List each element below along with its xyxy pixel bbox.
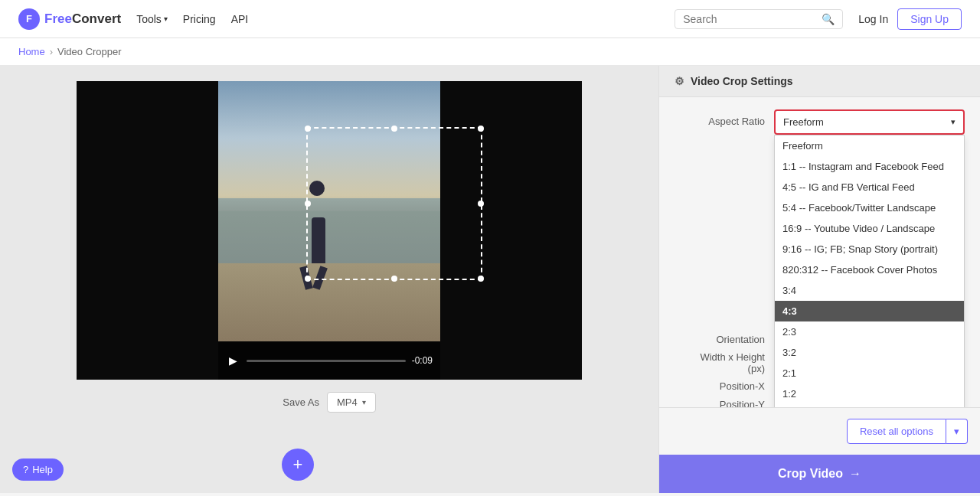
logo-convert: Convert — [72, 11, 121, 26]
breadcrumb-home[interactable]: Home — [18, 46, 45, 57]
video-left-bar — [77, 81, 218, 380]
sidebar-title: Video Crop Settings — [691, 75, 793, 87]
dropdown-item-4-3[interactable]: 4:3 — [775, 301, 964, 321]
aspect-ratio-value: Freeform — [783, 116, 824, 128]
dropdown-item-4-5[interactable]: 4:5 -- IG and FB Vertical Feed — [775, 177, 964, 197]
aspect-ratio-dropdown-btn[interactable]: Freeform ▾ — [774, 109, 965, 135]
crop-handle-tl[interactable] — [305, 126, 311, 132]
reset-chevron-button[interactable]: ▾ — [946, 419, 968, 444]
sidebar: ⚙ Video Crop Settings Aspect Ratio Freef… — [658, 66, 980, 493]
crop-handle-bl[interactable] — [305, 276, 311, 282]
format-select[interactable]: MP4 ▾ — [327, 392, 376, 413]
settings-content: Aspect Ratio Freeform ▾ Freeform 1:1 -- … — [659, 97, 980, 407]
play-button[interactable]: ▶ — [226, 354, 240, 367]
crop-handle-ml[interactable] — [305, 201, 311, 207]
header-auth: Log In Sign Up — [858, 8, 962, 30]
aspect-ratio-control: Freeform ▾ Freeform 1:1 -- Instagram and… — [774, 109, 965, 135]
width-height-label: Width x Height (px) — [675, 351, 774, 374]
dropdown-item-1-1[interactable]: 1:1 -- Instagram and Facebook Feed — [775, 156, 964, 177]
question-icon: ? — [23, 464, 28, 475]
dropdown-item-same-original[interactable]: Same as original — [775, 404, 964, 407]
nav-api[interactable]: API — [231, 13, 249, 25]
crop-handle-bm[interactable] — [391, 276, 397, 282]
save-as-label: Save As — [283, 396, 319, 408]
dropdown-item-2-1[interactable]: 2:1 — [775, 363, 964, 383]
dropdown-item-2-3[interactable]: 2:3 — [775, 321, 964, 342]
breadcrumb: Home › Video Cropper — [0, 38, 980, 66]
signup-button[interactable]: Sign Up — [897, 8, 962, 30]
dropdown-item-1-2[interactable]: 1:2 — [775, 383, 964, 404]
search-bar: 🔍 — [675, 9, 843, 29]
dropdown-item-3-2[interactable]: 3:2 — [775, 342, 964, 363]
video-container: ▶ -0:09 — [77, 81, 582, 380]
search-icon: 🔍 — [822, 13, 835, 25]
crop-box[interactable] — [306, 127, 482, 280]
help-button[interactable]: ? Help — [12, 458, 64, 481]
help-label: Help — [32, 464, 53, 475]
aspect-ratio-dropdown-open[interactable]: Freeform 1:1 -- Instagram and Facebook F… — [774, 135, 965, 407]
dropdown-item-freeform[interactable]: Freeform — [775, 135, 964, 156]
dropdown-item-5-4[interactable]: 5:4 -- Facebook/Twitter Landscape — [775, 197, 964, 218]
aspect-ratio-row: Aspect Ratio Freeform ▾ Freeform 1:1 -- … — [675, 109, 965, 135]
nav-pricing[interactable]: Pricing — [183, 13, 216, 25]
orientation-label: Orientation — [675, 334, 774, 345]
position-y-label: Position-Y — [675, 399, 774, 408]
crop-handle-mr[interactable] — [478, 201, 484, 207]
progress-bar[interactable] — [247, 360, 406, 362]
dropdown-item-9-16[interactable]: 9:16 -- IG; FB; Snap Story (portrait) — [775, 239, 964, 259]
gear-icon: ⚙ — [675, 75, 684, 87]
chevron-down-icon: ▾ — [362, 398, 366, 406]
chevron-down-icon: ▾ — [164, 15, 168, 23]
arrow-right-icon: → — [849, 467, 861, 481]
dropdown-item-16-9[interactable]: 16:9 -- Youtube Video / Landscape — [775, 218, 964, 239]
crop-video-button[interactable]: Crop Video → — [778, 467, 861, 481]
crop-handle-tm[interactable] — [391, 126, 397, 132]
fab-button[interactable]: + — [282, 449, 314, 481]
logo-icon: F — [18, 8, 40, 30]
aspect-ratio-label: Aspect Ratio — [675, 109, 774, 127]
video-area: ▶ -0:09 Save As MP4 ▾ — [0, 66, 658, 493]
crop-video-label: Crop Video — [778, 467, 843, 481]
save-as-bar: Save As MP4 ▾ — [283, 392, 375, 413]
position-x-label: Position-X — [675, 380, 774, 392]
crop-handle-br[interactable] — [478, 276, 484, 282]
sidebar-footer: Reset all options ▾ — [659, 407, 980, 455]
nav-tools[interactable]: Tools ▾ — [136, 13, 168, 25]
format-value: MP4 — [337, 396, 358, 408]
header: F FreeConvert Tools ▾ Pricing API 🔍 Log … — [0, 0, 980, 38]
breadcrumb-current: Video Cropper — [57, 46, 122, 57]
video-controls: ▶ -0:09 — [218, 341, 440, 380]
login-button[interactable]: Log In — [858, 13, 888, 25]
breadcrumb-separator: › — [50, 46, 53, 57]
chevron-down-icon: ▾ — [951, 117, 956, 127]
logo-free: Free — [44, 11, 72, 26]
main-layout: ▶ -0:09 Save As MP4 ▾ ⚙ Video Crop Setti… — [0, 66, 980, 493]
reset-all-options-button[interactable]: Reset all options — [847, 419, 946, 444]
search-input[interactable] — [683, 13, 817, 25]
crop-video-bar[interactable]: Crop Video → — [659, 455, 980, 493]
logo[interactable]: F FreeConvert — [18, 8, 121, 30]
crop-handle-tr[interactable] — [478, 126, 484, 132]
dropdown-item-3-4[interactable]: 3:4 — [775, 280, 964, 301]
dropdown-item-820-312[interactable]: 820:312 -- Facebook Cover Photos — [775, 259, 964, 280]
nav: Tools ▾ Pricing API — [136, 13, 248, 25]
logo-text: FreeConvert — [44, 11, 121, 27]
time-display: -0:09 — [412, 355, 433, 366]
sidebar-header: ⚙ Video Crop Settings — [659, 66, 980, 97]
